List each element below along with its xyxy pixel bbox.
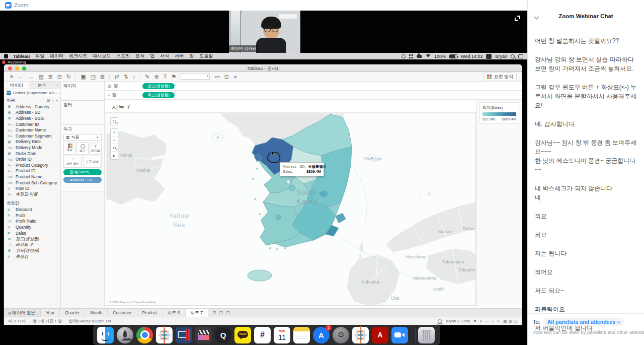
input-source-icon[interactable]	[486, 54, 492, 59]
menubar-item[interactable]: 서버	[175, 53, 184, 59]
tableau-logo-icon[interactable]: ✳	[9, 74, 14, 80]
map-search-button[interactable]	[110, 117, 118, 125]
new-story-tab-icon[interactable]: ⊡	[226, 310, 230, 315]
menubar-item[interactable]: 창	[189, 53, 194, 59]
dimension-field[interactable]: Delivery Date	[4, 139, 60, 145]
menubar-clock[interactable]: Wed 14:02	[461, 54, 482, 59]
dock-app-icon[interactable]: TALK	[234, 327, 251, 343]
first-sheet-icon[interactable]: ⇤	[480, 319, 484, 323]
dock-app-icon[interactable]: #	[254, 327, 271, 343]
view-as-grid-icon[interactable]: ▦	[47, 99, 50, 103]
dock-app-icon[interactable]: ╋	[156, 327, 173, 343]
chat-message[interactable]: 저도 되요~	[535, 286, 638, 295]
share-icon[interactable]: ∝	[233, 74, 237, 80]
map-view[interactable]: Yantai Weihai Matsue Tottori Hiroshima T…	[106, 113, 476, 306]
dimension-field[interactable]: Customer ID	[4, 121, 60, 127]
chat-message[interactable]: 그럴 경우 윈도우 버튼 + 화살표(<-) 누르셔서 화면을 분할하셔서 사용…	[535, 83, 638, 110]
menubar-item[interactable]: 워크시트	[69, 53, 87, 59]
columns-shelf[interactable]: ▥ 열 경도(생성됨)	[105, 82, 522, 91]
dock-app-icon[interactable]: MAR 11	[274, 327, 290, 343]
pages-shelf[interactable]: 페이지	[61, 82, 104, 101]
dock-app-icon[interactable]	[195, 327, 212, 343]
columns-pill[interactable]: 경도(생성됨)	[142, 83, 175, 89]
dock-app-icon[interactable]	[97, 327, 114, 343]
chat-message[interactable]: 되요	[535, 230, 638, 239]
sheet-tab[interactable]: 시트 6	[163, 309, 185, 317]
location-icon[interactable]	[401, 54, 406, 58]
mark-type-dropdown[interactable]: ▥ 자동 ▼	[63, 134, 102, 141]
new-worksheet-icon[interactable]: ▣	[80, 74, 86, 80]
marks-button[interactable]: 도구 설명	[83, 156, 102, 168]
dimension-field[interactable]: Product Category	[4, 162, 60, 168]
rows-shelf[interactable]: ≡ 행 위도(생성됨)	[105, 91, 522, 100]
menubar-item[interactable]: 스토리	[116, 53, 130, 59]
tab-data[interactable]: 데이터	[4, 82, 29, 89]
show-list-icon[interactable]: ▢	[514, 319, 518, 323]
dock-app-icon[interactable]: ⚙	[333, 327, 349, 343]
dock-app-icon[interactable]	[391, 327, 408, 343]
menubar-item[interactable]: 데이터	[50, 53, 63, 59]
filters-shelf[interactable]: 필터	[61, 101, 104, 125]
show-tabs-icon[interactable]: ▦	[503, 319, 507, 323]
chat-message[interactable]: 퍼블릭이요	[535, 305, 638, 314]
sort-descending-icon[interactable]: ↕	[133, 74, 136, 80]
sheet-tab[interactable]: 데이터 원본	[4, 309, 41, 317]
fullscreen-icon[interactable]	[515, 16, 520, 21]
chat-message[interactable]: 되요	[535, 212, 638, 221]
dimension-field[interactable]: Order Date	[4, 151, 60, 157]
new-dashboard-tab-icon[interactable]: ⊟	[219, 310, 223, 315]
marks-button[interactable]: 레이블	[90, 143, 102, 155]
wifi-icon[interactable]	[426, 54, 431, 58]
apple-menu-icon[interactable]	[4, 54, 8, 58]
last-sheet-icon[interactable]: ⇥	[496, 319, 500, 323]
menubar-user[interactable]: Bryan	[495, 54, 507, 59]
measure-field[interactable]: 레코드 수	[4, 242, 60, 248]
measure-field[interactable]: Discount	[4, 207, 60, 213]
dock-app-icon[interactable]	[176, 327, 192, 343]
chat-message[interactable]: 저는 됩니다	[535, 249, 638, 258]
dock-app-icon[interactable]	[293, 327, 310, 343]
next-sheet-icon[interactable]: →	[491, 319, 495, 323]
spotlight-icon[interactable]	[511, 54, 515, 58]
dimension-field[interactable]: Address - SD	[4, 110, 60, 116]
dock-app-icon[interactable]: ╋	[352, 327, 369, 343]
dimension-field[interactable]: Customer Segment	[4, 133, 60, 139]
show-filmstrip-icon[interactable]: ▤	[509, 319, 513, 323]
dock-app-icon[interactable]: A 1	[313, 327, 330, 343]
menubar-item[interactable]: 대시보드	[93, 53, 111, 59]
undo-icon[interactable]: ←	[18, 74, 24, 80]
show-me-button[interactable]: 표현 방식	[484, 73, 517, 81]
menubar-app-name[interactable]: Tableau	[13, 54, 30, 59]
dimension-field[interactable]: Product ID	[4, 168, 60, 174]
zoom-out-button[interactable]: −	[111, 136, 118, 144]
chat-message[interactable]: 네. 감사합니다	[535, 119, 638, 128]
dock-app-icon[interactable]: A	[372, 327, 388, 343]
prev-sheet-icon[interactable]: ←	[485, 319, 489, 323]
map-tools-flyout-button[interactable]: ▸	[111, 152, 118, 159]
dimension-field[interactable]: 측정값 이름	[4, 191, 60, 197]
dimension-field[interactable]: Row ID	[4, 185, 60, 191]
dimension-field[interactable]: Address - SGG	[4, 115, 60, 121]
fit-dropdown[interactable]: ▾	[181, 74, 210, 80]
swap-axes-icon[interactable]: ⇄	[114, 74, 119, 80]
run-update-icon[interactable]: ↻	[66, 74, 71, 80]
new-worksheet-tab-icon[interactable]: ⊞	[212, 310, 216, 315]
sheet-tab[interactable]: Quarter	[60, 309, 85, 317]
dock-app-icon[interactable]	[136, 327, 153, 343]
new-data-source-icon[interactable]: ⊞	[48, 74, 53, 80]
marks-button[interactable]: 색상	[63, 143, 75, 155]
measure-field[interactable]: Profit Ratio	[4, 219, 60, 225]
menubar-item[interactable]: 서식	[160, 53, 169, 59]
zoom-in-button[interactable]: +	[111, 129, 118, 136]
chat-message[interactable]: 되어요	[535, 267, 638, 277]
color-legend[interactable]: 합계(Sales) $22.8M $809.4M	[479, 102, 519, 124]
dimension-field[interactable]: Order ID	[4, 156, 60, 162]
fix-axes-icon[interactable]: ⚑	[171, 74, 176, 80]
fit-width-icon[interactable]: ▭	[214, 74, 219, 80]
measure-field[interactable]: 위도(생성됨)	[4, 248, 60, 254]
measure-field[interactable]: 경도(생성됨)	[4, 236, 60, 242]
presentation-mode-icon[interactable]: ⊡	[224, 74, 229, 80]
dropbox-icon[interactable]	[409, 54, 413, 58]
duplicate-sheet-icon[interactable]: ◳	[91, 74, 96, 80]
menubar-item[interactable]: 파일	[35, 53, 44, 59]
